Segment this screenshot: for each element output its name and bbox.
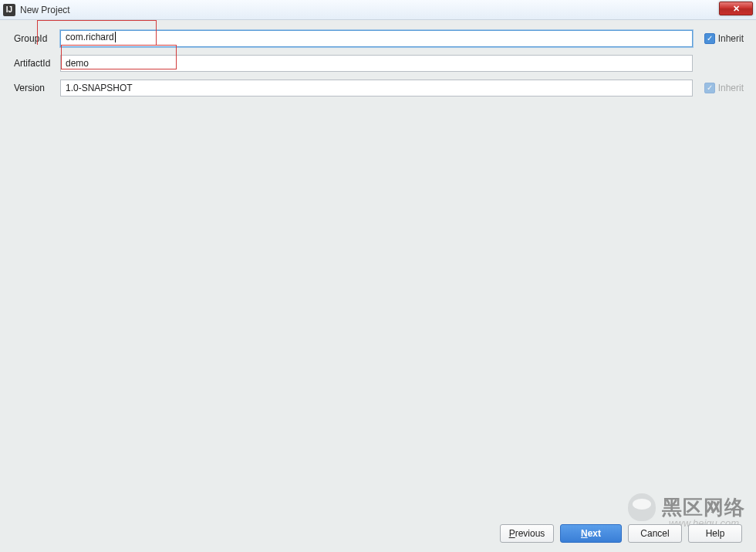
row-groupid: GroupId com.richard ✓ Inherit — [14, 29, 744, 48]
window-title: New Project — [20, 5, 70, 15]
cancel-button[interactable]: Cancel — [628, 524, 682, 543]
previous-button[interactable]: Previous — [500, 524, 554, 543]
form-panel: GroupId com.richard ✓ Inherit ArtifactId… — [0, 20, 756, 97]
text-caret — [115, 32, 116, 42]
label-groupid: GroupId — [14, 33, 60, 44]
inherit-version[interactable]: ✓ Inherit — [693, 83, 744, 93]
help-button[interactable]: Help — [688, 524, 742, 543]
close-icon: ✕ — [733, 4, 740, 14]
inherit-label-groupid: Inherit — [718, 33, 744, 44]
input-artifactid[interactable] — [60, 55, 693, 72]
titlebar: IJ New Project ✕ — [0, 0, 756, 20]
watermark-logo-icon — [628, 493, 656, 521]
row-artifactid: ArtifactId ✓Inherit — [14, 54, 744, 73]
watermark-text: 黑区网络 — [662, 494, 745, 521]
close-button[interactable]: ✕ — [719, 2, 753, 15]
watermark: 黑区网络 — [628, 493, 745, 521]
app-icon: IJ — [3, 4, 15, 16]
inherit-groupid[interactable]: ✓ Inherit — [693, 33, 744, 44]
next-button[interactable]: Next — [560, 524, 622, 543]
input-groupid[interactable]: com.richard — [60, 30, 693, 47]
label-version: Version — [14, 83, 60, 93]
checkbox-checked-icon[interactable]: ✓ — [704, 83, 715, 93]
button-bar: Previous Next Cancel Help — [0, 524, 756, 543]
row-version: Version ✓ Inherit — [14, 79, 744, 97]
label-artifactid: ArtifactId — [14, 58, 60, 69]
inherit-label-version: Inherit — [718, 83, 744, 93]
input-version[interactable] — [60, 80, 693, 97]
checkbox-checked-icon[interactable]: ✓ — [704, 33, 715, 44]
